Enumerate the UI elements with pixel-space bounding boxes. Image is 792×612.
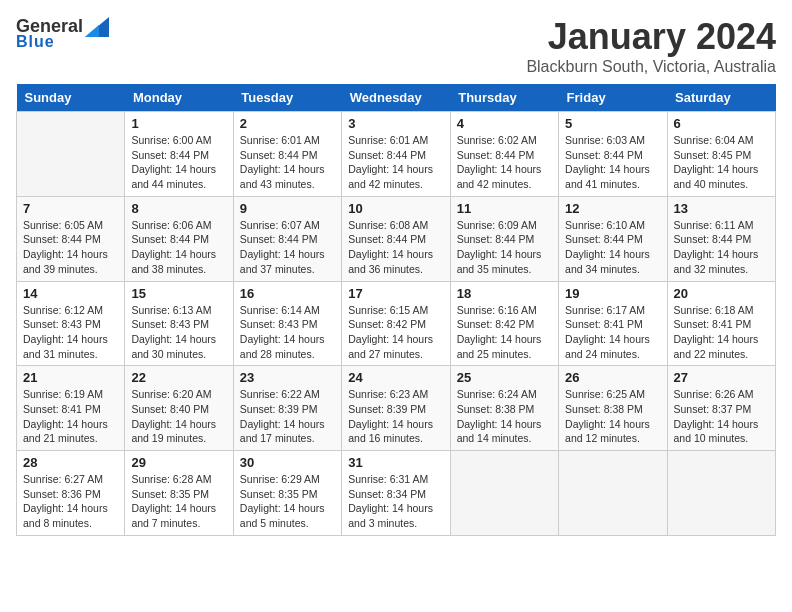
day-info: Sunrise: 6:10 AMSunset: 8:44 PMDaylight:… — [565, 218, 660, 277]
day-number: 25 — [457, 370, 552, 385]
calendar-cell — [667, 451, 775, 536]
calendar-cell: 19Sunrise: 6:17 AMSunset: 8:41 PMDayligh… — [559, 281, 667, 366]
calendar-cell: 10Sunrise: 6:08 AMSunset: 8:44 PMDayligh… — [342, 196, 450, 281]
calendar-cell: 27Sunrise: 6:26 AMSunset: 8:37 PMDayligh… — [667, 366, 775, 451]
day-number: 24 — [348, 370, 443, 385]
day-info: Sunrise: 6:09 AMSunset: 8:44 PMDaylight:… — [457, 218, 552, 277]
day-number: 12 — [565, 201, 660, 216]
calendar-cell: 30Sunrise: 6:29 AMSunset: 8:35 PMDayligh… — [233, 451, 341, 536]
calendar-cell: 21Sunrise: 6:19 AMSunset: 8:41 PMDayligh… — [17, 366, 125, 451]
day-number: 21 — [23, 370, 118, 385]
day-number: 2 — [240, 116, 335, 131]
day-number: 18 — [457, 286, 552, 301]
calendar-cell: 29Sunrise: 6:28 AMSunset: 8:35 PMDayligh… — [125, 451, 233, 536]
day-info: Sunrise: 6:14 AMSunset: 8:43 PMDaylight:… — [240, 303, 335, 362]
day-number: 29 — [131, 455, 226, 470]
header-cell-friday: Friday — [559, 84, 667, 112]
calendar-cell: 9Sunrise: 6:07 AMSunset: 8:44 PMDaylight… — [233, 196, 341, 281]
calendar-cell: 6Sunrise: 6:04 AMSunset: 8:45 PMDaylight… — [667, 112, 775, 197]
day-number: 6 — [674, 116, 769, 131]
day-info: Sunrise: 6:17 AMSunset: 8:41 PMDaylight:… — [565, 303, 660, 362]
day-info: Sunrise: 6:26 AMSunset: 8:37 PMDaylight:… — [674, 387, 769, 446]
day-info: Sunrise: 6:01 AMSunset: 8:44 PMDaylight:… — [240, 133, 335, 192]
calendar-week-0: 1Sunrise: 6:00 AMSunset: 8:44 PMDaylight… — [17, 112, 776, 197]
calendar-cell: 24Sunrise: 6:23 AMSunset: 8:39 PMDayligh… — [342, 366, 450, 451]
day-number: 30 — [240, 455, 335, 470]
day-number: 8 — [131, 201, 226, 216]
day-number: 9 — [240, 201, 335, 216]
calendar-cell: 12Sunrise: 6:10 AMSunset: 8:44 PMDayligh… — [559, 196, 667, 281]
day-info: Sunrise: 6:03 AMSunset: 8:44 PMDaylight:… — [565, 133, 660, 192]
calendar-cell: 4Sunrise: 6:02 AMSunset: 8:44 PMDaylight… — [450, 112, 558, 197]
calendar-cell: 25Sunrise: 6:24 AMSunset: 8:38 PMDayligh… — [450, 366, 558, 451]
day-info: Sunrise: 6:01 AMSunset: 8:44 PMDaylight:… — [348, 133, 443, 192]
day-info: Sunrise: 6:27 AMSunset: 8:36 PMDaylight:… — [23, 472, 118, 531]
day-info: Sunrise: 6:31 AMSunset: 8:34 PMDaylight:… — [348, 472, 443, 531]
calendar-cell: 20Sunrise: 6:18 AMSunset: 8:41 PMDayligh… — [667, 281, 775, 366]
day-number: 16 — [240, 286, 335, 301]
logo-icon — [85, 17, 109, 37]
calendar-body: 1Sunrise: 6:00 AMSunset: 8:44 PMDaylight… — [17, 112, 776, 536]
day-number: 4 — [457, 116, 552, 131]
header-row: SundayMondayTuesdayWednesdayThursdayFrid… — [17, 84, 776, 112]
day-info: Sunrise: 6:05 AMSunset: 8:44 PMDaylight:… — [23, 218, 118, 277]
day-number: 1 — [131, 116, 226, 131]
day-info: Sunrise: 6:11 AMSunset: 8:44 PMDaylight:… — [674, 218, 769, 277]
page-header: General Blue January 2024 Blackburn Sout… — [16, 16, 776, 76]
day-info: Sunrise: 6:13 AMSunset: 8:43 PMDaylight:… — [131, 303, 226, 362]
title-section: January 2024 Blackburn South, Victoria, … — [526, 16, 776, 76]
calendar-week-1: 7Sunrise: 6:05 AMSunset: 8:44 PMDaylight… — [17, 196, 776, 281]
day-info: Sunrise: 6:12 AMSunset: 8:43 PMDaylight:… — [23, 303, 118, 362]
calendar-cell: 22Sunrise: 6:20 AMSunset: 8:40 PMDayligh… — [125, 366, 233, 451]
day-number: 26 — [565, 370, 660, 385]
day-number: 14 — [23, 286, 118, 301]
day-number: 27 — [674, 370, 769, 385]
calendar-week-3: 21Sunrise: 6:19 AMSunset: 8:41 PMDayligh… — [17, 366, 776, 451]
calendar-cell — [559, 451, 667, 536]
day-info: Sunrise: 6:19 AMSunset: 8:41 PMDaylight:… — [23, 387, 118, 446]
day-number: 23 — [240, 370, 335, 385]
day-number: 15 — [131, 286, 226, 301]
day-info: Sunrise: 6:04 AMSunset: 8:45 PMDaylight:… — [674, 133, 769, 192]
day-number: 20 — [674, 286, 769, 301]
location-title: Blackburn South, Victoria, Australia — [526, 58, 776, 76]
day-number: 11 — [457, 201, 552, 216]
day-info: Sunrise: 6:18 AMSunset: 8:41 PMDaylight:… — [674, 303, 769, 362]
svg-marker-1 — [85, 25, 99, 37]
day-info: Sunrise: 6:15 AMSunset: 8:42 PMDaylight:… — [348, 303, 443, 362]
calendar-cell: 23Sunrise: 6:22 AMSunset: 8:39 PMDayligh… — [233, 366, 341, 451]
day-number: 31 — [348, 455, 443, 470]
day-info: Sunrise: 6:28 AMSunset: 8:35 PMDaylight:… — [131, 472, 226, 531]
day-number: 10 — [348, 201, 443, 216]
day-number: 28 — [23, 455, 118, 470]
day-number: 7 — [23, 201, 118, 216]
calendar-cell: 17Sunrise: 6:15 AMSunset: 8:42 PMDayligh… — [342, 281, 450, 366]
calendar-cell: 8Sunrise: 6:06 AMSunset: 8:44 PMDaylight… — [125, 196, 233, 281]
calendar-table: SundayMondayTuesdayWednesdayThursdayFrid… — [16, 84, 776, 536]
month-title: January 2024 — [526, 16, 776, 58]
calendar-cell: 18Sunrise: 6:16 AMSunset: 8:42 PMDayligh… — [450, 281, 558, 366]
header-cell-wednesday: Wednesday — [342, 84, 450, 112]
day-number: 19 — [565, 286, 660, 301]
header-cell-thursday: Thursday — [450, 84, 558, 112]
calendar-cell — [450, 451, 558, 536]
calendar-week-4: 28Sunrise: 6:27 AMSunset: 8:36 PMDayligh… — [17, 451, 776, 536]
day-info: Sunrise: 6:22 AMSunset: 8:39 PMDaylight:… — [240, 387, 335, 446]
calendar-week-2: 14Sunrise: 6:12 AMSunset: 8:43 PMDayligh… — [17, 281, 776, 366]
day-info: Sunrise: 6:16 AMSunset: 8:42 PMDaylight:… — [457, 303, 552, 362]
header-cell-sunday: Sunday — [17, 84, 125, 112]
header-cell-monday: Monday — [125, 84, 233, 112]
calendar-cell: 15Sunrise: 6:13 AMSunset: 8:43 PMDayligh… — [125, 281, 233, 366]
calendar-cell: 11Sunrise: 6:09 AMSunset: 8:44 PMDayligh… — [450, 196, 558, 281]
calendar-cell: 31Sunrise: 6:31 AMSunset: 8:34 PMDayligh… — [342, 451, 450, 536]
calendar-cell — [17, 112, 125, 197]
day-info: Sunrise: 6:23 AMSunset: 8:39 PMDaylight:… — [348, 387, 443, 446]
logo: General Blue — [16, 16, 109, 51]
calendar-cell: 3Sunrise: 6:01 AMSunset: 8:44 PMDaylight… — [342, 112, 450, 197]
day-info: Sunrise: 6:20 AMSunset: 8:40 PMDaylight:… — [131, 387, 226, 446]
calendar-cell: 2Sunrise: 6:01 AMSunset: 8:44 PMDaylight… — [233, 112, 341, 197]
day-info: Sunrise: 6:07 AMSunset: 8:44 PMDaylight:… — [240, 218, 335, 277]
day-number: 3 — [348, 116, 443, 131]
calendar-cell: 16Sunrise: 6:14 AMSunset: 8:43 PMDayligh… — [233, 281, 341, 366]
day-number: 17 — [348, 286, 443, 301]
